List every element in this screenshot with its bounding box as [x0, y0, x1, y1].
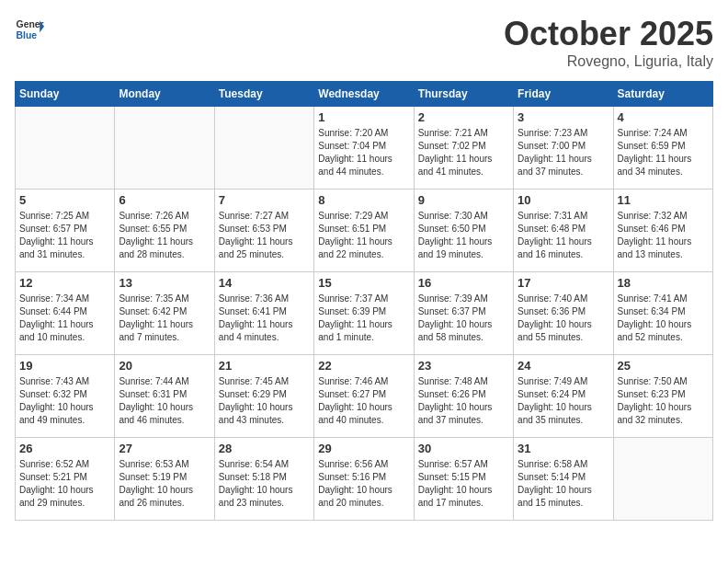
week-row-4: 19Sunrise: 7:43 AMSunset: 6:32 PMDayligh… — [16, 355, 713, 438]
day-number: 25 — [618, 359, 709, 373]
calendar-cell: 13Sunrise: 7:35 AMSunset: 6:42 PMDayligh… — [115, 272, 214, 355]
day-number: 10 — [518, 193, 609, 207]
calendar-cell — [214, 107, 313, 190]
calendar-cell: 19Sunrise: 7:43 AMSunset: 6:32 PMDayligh… — [16, 355, 115, 438]
svg-text:Blue: Blue — [17, 30, 38, 40]
month-title: October 2025 — [504, 15, 713, 53]
day-number: 12 — [19, 276, 110, 290]
calendar-table: SundayMondayTuesdayWednesdayThursdayFrid… — [15, 81, 713, 521]
calendar-cell: 10Sunrise: 7:31 AMSunset: 6:48 PMDayligh… — [514, 190, 613, 272]
calendar-cell: 2Sunrise: 7:21 AMSunset: 7:02 PMDaylight… — [414, 107, 513, 190]
calendar-cell: 1Sunrise: 7:20 AMSunset: 7:04 PMDaylight… — [314, 107, 414, 190]
day-number: 4 — [618, 110, 709, 124]
week-row-1: 1Sunrise: 7:20 AMSunset: 7:04 PMDaylight… — [16, 107, 713, 190]
calendar-cell: 16Sunrise: 7:39 AMSunset: 6:37 PMDayligh… — [414, 272, 513, 355]
day-number: 17 — [518, 276, 609, 290]
calendar-cell: 5Sunrise: 7:25 AMSunset: 6:57 PMDaylight… — [16, 190, 115, 272]
day-number: 8 — [318, 193, 409, 207]
day-number: 7 — [219, 193, 310, 207]
weekday-header-friday: Friday — [514, 82, 613, 107]
calendar-cell — [115, 107, 214, 190]
day-number: 24 — [518, 359, 609, 373]
day-info: Sunrise: 7:37 AMSunset: 6:39 PMDaylight:… — [318, 293, 409, 344]
day-info: Sunrise: 7:31 AMSunset: 6:48 PMDaylight:… — [518, 210, 609, 261]
weekday-header-wednesday: Wednesday — [314, 82, 414, 107]
weekday-header-sunday: Sunday — [16, 82, 115, 107]
day-number: 3 — [518, 110, 609, 124]
calendar-cell: 11Sunrise: 7:32 AMSunset: 6:46 PMDayligh… — [613, 190, 712, 272]
calendar-cell: 8Sunrise: 7:29 AMSunset: 6:51 PMDaylight… — [314, 190, 414, 272]
day-info: Sunrise: 7:48 AMSunset: 6:26 PMDaylight:… — [418, 375, 509, 427]
calendar-cell: 26Sunrise: 6:52 AMSunset: 5:21 PMDayligh… — [16, 438, 115, 521]
day-info: Sunrise: 7:21 AMSunset: 7:02 PMDaylight:… — [418, 127, 509, 178]
calendar-cell: 17Sunrise: 7:40 AMSunset: 6:36 PMDayligh… — [514, 272, 613, 355]
day-info: Sunrise: 7:20 AMSunset: 7:04 PMDaylight:… — [318, 127, 409, 178]
day-info: Sunrise: 7:41 AMSunset: 6:34 PMDaylight:… — [618, 293, 709, 344]
day-info: Sunrise: 7:35 AMSunset: 6:42 PMDaylight:… — [119, 293, 210, 344]
day-info: Sunrise: 7:30 AMSunset: 6:50 PMDaylight:… — [418, 210, 509, 261]
day-info: Sunrise: 6:56 AMSunset: 5:16 PMDaylight:… — [318, 458, 409, 510]
day-info: Sunrise: 7:43 AMSunset: 6:32 PMDaylight:… — [19, 375, 110, 427]
weekday-header-monday: Monday — [115, 82, 214, 107]
day-info: Sunrise: 7:50 AMSunset: 6:23 PMDaylight:… — [618, 375, 709, 427]
logo: General Blue — [15, 15, 44, 44]
weekday-header-thursday: Thursday — [414, 82, 513, 107]
calendar-cell — [613, 438, 712, 521]
day-number: 16 — [418, 276, 509, 290]
calendar-cell: 24Sunrise: 7:49 AMSunset: 6:24 PMDayligh… — [514, 355, 613, 438]
day-info: Sunrise: 7:32 AMSunset: 6:46 PMDaylight:… — [618, 210, 709, 261]
day-info: Sunrise: 7:23 AMSunset: 7:00 PMDaylight:… — [518, 127, 609, 178]
week-row-5: 26Sunrise: 6:52 AMSunset: 5:21 PMDayligh… — [16, 438, 713, 521]
calendar-cell: 9Sunrise: 7:30 AMSunset: 6:50 PMDaylight… — [414, 190, 513, 272]
calendar-cell: 14Sunrise: 7:36 AMSunset: 6:41 PMDayligh… — [214, 272, 313, 355]
day-info: Sunrise: 7:29 AMSunset: 6:51 PMDaylight:… — [318, 210, 409, 261]
day-info: Sunrise: 7:25 AMSunset: 6:57 PMDaylight:… — [19, 210, 110, 261]
calendar-cell: 12Sunrise: 7:34 AMSunset: 6:44 PMDayligh… — [16, 272, 115, 355]
location-title: Rovegno, Liguria, Italy — [504, 53, 713, 70]
day-info: Sunrise: 6:54 AMSunset: 5:18 PMDaylight:… — [219, 458, 310, 510]
calendar-cell: 7Sunrise: 7:27 AMSunset: 6:53 PMDaylight… — [214, 190, 313, 272]
day-number: 18 — [618, 276, 709, 290]
day-number: 21 — [219, 359, 310, 373]
calendar-cell — [16, 107, 115, 190]
day-info: Sunrise: 6:58 AMSunset: 5:14 PMDaylight:… — [518, 458, 609, 510]
day-number: 20 — [119, 359, 210, 373]
day-number: 28 — [219, 442, 310, 455]
calendar-cell: 25Sunrise: 7:50 AMSunset: 6:23 PMDayligh… — [613, 355, 712, 438]
day-info: Sunrise: 6:57 AMSunset: 5:15 PMDaylight:… — [418, 458, 509, 510]
day-number: 29 — [318, 442, 409, 455]
day-number: 22 — [318, 359, 409, 373]
weekday-header-saturday: Saturday — [613, 82, 712, 107]
day-info: Sunrise: 7:49 AMSunset: 6:24 PMDaylight:… — [518, 375, 609, 427]
day-number: 11 — [618, 193, 709, 207]
day-info: Sunrise: 7:40 AMSunset: 6:36 PMDaylight:… — [518, 293, 609, 344]
day-info: Sunrise: 7:26 AMSunset: 6:55 PMDaylight:… — [119, 210, 210, 261]
day-info: Sunrise: 7:24 AMSunset: 6:59 PMDaylight:… — [618, 127, 709, 178]
day-number: 5 — [19, 193, 110, 207]
logo-icon: General Blue — [15, 15, 44, 44]
day-number: 27 — [119, 442, 210, 455]
calendar-cell: 31Sunrise: 6:58 AMSunset: 5:14 PMDayligh… — [514, 438, 613, 521]
day-info: Sunrise: 7:36 AMSunset: 6:41 PMDaylight:… — [219, 293, 310, 344]
calendar-cell: 29Sunrise: 6:56 AMSunset: 5:16 PMDayligh… — [314, 438, 414, 521]
calendar-cell: 30Sunrise: 6:57 AMSunset: 5:15 PMDayligh… — [414, 438, 513, 521]
weekday-header-tuesday: Tuesday — [214, 82, 313, 107]
day-info: Sunrise: 7:45 AMSunset: 6:29 PMDaylight:… — [219, 375, 310, 427]
day-number: 1 — [318, 110, 409, 124]
calendar-cell: 4Sunrise: 7:24 AMSunset: 6:59 PMDaylight… — [613, 107, 712, 190]
day-number: 15 — [318, 276, 409, 290]
day-info: Sunrise: 7:46 AMSunset: 6:27 PMDaylight:… — [318, 375, 409, 427]
calendar-cell: 21Sunrise: 7:45 AMSunset: 6:29 PMDayligh… — [214, 355, 313, 438]
calendar-cell: 6Sunrise: 7:26 AMSunset: 6:55 PMDaylight… — [115, 190, 214, 272]
page-header: General Blue October 2025 Rovegno, Ligur… — [15, 15, 713, 70]
day-number: 9 — [418, 193, 509, 207]
day-info: Sunrise: 7:34 AMSunset: 6:44 PMDaylight:… — [19, 293, 110, 344]
day-info: Sunrise: 7:27 AMSunset: 6:53 PMDaylight:… — [219, 210, 310, 261]
day-info: Sunrise: 7:39 AMSunset: 6:37 PMDaylight:… — [418, 293, 509, 344]
day-number: 26 — [19, 442, 110, 455]
calendar-cell: 18Sunrise: 7:41 AMSunset: 6:34 PMDayligh… — [613, 272, 712, 355]
day-number: 2 — [418, 110, 509, 124]
title-block: October 2025 Rovegno, Liguria, Italy — [504, 15, 713, 70]
calendar-cell: 28Sunrise: 6:54 AMSunset: 5:18 PMDayligh… — [214, 438, 313, 521]
day-info: Sunrise: 6:53 AMSunset: 5:19 PMDaylight:… — [119, 458, 210, 510]
